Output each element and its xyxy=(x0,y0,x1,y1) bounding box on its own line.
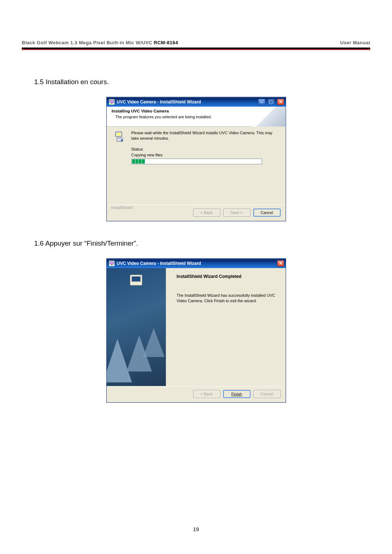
header-model: RCM-8164 xyxy=(154,40,178,45)
completed-body-text: The InstallShield Wizard has successfull… xyxy=(177,293,281,304)
page-number: 19 xyxy=(0,526,392,532)
install-completed-dialog: UVC Video Camera - InstallShield Wizard … xyxy=(106,258,286,403)
dialog-title: UVC Video Camera - InstallShield Wizard xyxy=(117,99,256,104)
install-progress-dialog: UVC Video Camera - InstallShield Wizard … xyxy=(106,97,286,221)
maximize-button: ▢ xyxy=(268,99,275,105)
svg-rect-6 xyxy=(110,262,114,264)
header-right: User Manual xyxy=(340,40,370,45)
completed-heading: InstallShield Wizard Completed xyxy=(177,274,281,279)
back-button: < Back xyxy=(193,390,220,398)
installshield-brand: InstallShield xyxy=(110,205,134,210)
minimize-button[interactable]: ‒ xyxy=(258,99,265,105)
close-button[interactable]: ✕ xyxy=(277,260,284,267)
header-product-name: Black Golf Webcam 1.3 Mega Pixel Built-i… xyxy=(22,40,154,45)
header-rule xyxy=(22,48,370,49)
svg-rect-1 xyxy=(111,103,113,104)
close-button[interactable]: ✕ xyxy=(277,99,284,105)
status-value: Copying new files xyxy=(131,153,280,157)
section-title-1-5: 1.5 Installation en cours. xyxy=(34,78,370,86)
titlebar[interactable]: UVC Video Camera - InstallShield Wizard … xyxy=(107,97,286,107)
computer-install-icon xyxy=(115,131,125,143)
svg-point-5 xyxy=(121,139,123,141)
monitor-icon xyxy=(130,275,142,286)
dialog-footer: InstallShield < Back Next > Cancel xyxy=(107,205,286,221)
wizard-sidebar-image xyxy=(107,268,166,386)
dialog-body-text: Please wait while the InstallShield Wiza… xyxy=(131,130,280,141)
header-left: Black Golf Webcam 1.3 Mega Pixel Built-i… xyxy=(22,40,178,45)
cancel-button[interactable]: Cancel xyxy=(253,209,281,217)
svg-rect-0 xyxy=(110,100,114,103)
page-header: Black Golf Webcam 1.3 Mega Pixel Built-i… xyxy=(22,40,370,45)
status-label: Status: xyxy=(131,147,280,151)
dialog-title: UVC Video Camera - InstallShield Wizard xyxy=(117,261,275,266)
titlebar[interactable]: UVC Video Camera - InstallShield Wizard … xyxy=(107,259,286,268)
dialog-header-strip: Installing UVC Video Camera The program … xyxy=(107,107,286,127)
svg-rect-3 xyxy=(117,133,121,136)
dialog-footer: < Back Finish Cancel xyxy=(107,386,286,402)
dialog-heading: Installing UVC Video Camera xyxy=(112,109,242,113)
back-button: < Back xyxy=(193,209,220,217)
progress-bar xyxy=(131,159,262,164)
dialog-subheading: The program features you selected are be… xyxy=(115,115,242,119)
installer-icon xyxy=(109,99,115,105)
section-title-1-6: 1.6 Appuyer sur “Finish/Terminer”. xyxy=(34,239,370,247)
cancel-button: Cancel xyxy=(253,390,281,398)
installer-icon xyxy=(109,260,115,266)
document-page: Black Golf Webcam 1.3 Mega Pixel Built-i… xyxy=(0,0,392,554)
header-graphic xyxy=(251,107,286,127)
finish-button[interactable]: Finish xyxy=(223,390,250,398)
next-button: Next > xyxy=(223,209,250,217)
svg-rect-7 xyxy=(111,264,113,265)
